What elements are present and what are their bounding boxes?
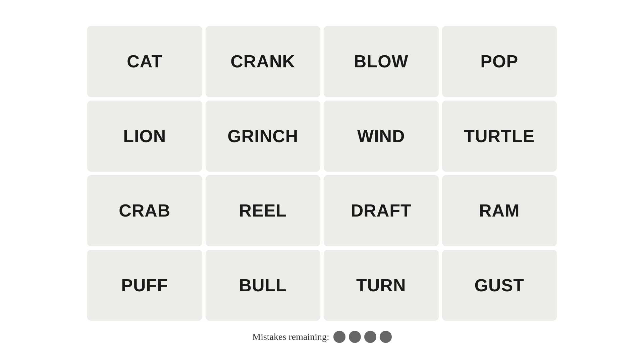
mistakes-section: Mistakes remaining: <box>252 331 391 343</box>
cell-label-turn: TURN <box>356 275 406 295</box>
cell-label-reel: REEL <box>239 200 287 221</box>
grid-cell-crank[interactable]: CRANK <box>206 26 321 97</box>
grid-cell-ram[interactable]: RAM <box>442 175 557 246</box>
cell-label-draft: DRAFT <box>351 200 412 221</box>
cell-label-lion: LION <box>123 126 166 146</box>
grid-cell-wind[interactable]: WIND <box>324 101 439 172</box>
cell-label-bull: BULL <box>239 275 287 295</box>
mistake-dot-2 <box>349 331 361 343</box>
word-grid: CATCRANKBLOWPOPLIONGRINCHWINDTURTLECRABR… <box>80 19 564 327</box>
cell-label-ram: RAM <box>479 200 520 221</box>
mistakes-label: Mistakes remaining: <box>252 331 329 342</box>
grid-cell-pop[interactable]: POP <box>442 26 557 97</box>
cell-label-crank: CRANK <box>230 51 295 71</box>
grid-cell-turn[interactable]: TURN <box>324 250 439 321</box>
cell-label-gust: GUST <box>475 275 524 295</box>
grid-cell-lion[interactable]: LION <box>87 101 202 172</box>
cell-label-pop: POP <box>480 51 518 71</box>
mistake-dot-4 <box>380 331 392 343</box>
cell-label-cat: CAT <box>127 51 162 71</box>
grid-cell-draft[interactable]: DRAFT <box>324 175 439 246</box>
grid-cell-bull[interactable]: BULL <box>206 250 321 321</box>
grid-cell-blow[interactable]: BLOW <box>324 26 439 97</box>
mistakes-dots <box>333 331 392 343</box>
cell-label-crab: CRAB <box>119 200 170 221</box>
cell-label-blow: BLOW <box>354 51 409 71</box>
grid-cell-reel[interactable]: REEL <box>206 175 321 246</box>
cell-label-wind: WIND <box>357 126 405 146</box>
grid-cell-cat[interactable]: CAT <box>87 26 202 97</box>
grid-cell-crab[interactable]: CRAB <box>87 175 202 246</box>
grid-cell-puff[interactable]: PUFF <box>87 250 202 321</box>
cell-label-puff: PUFF <box>121 275 168 295</box>
mistake-dot-3 <box>364 331 376 343</box>
mistake-dot-1 <box>333 331 345 343</box>
grid-cell-grinch[interactable]: GRINCH <box>206 101 321 172</box>
cell-label-turtle: TURTLE <box>464 126 535 146</box>
cell-label-grinch: GRINCH <box>227 126 298 146</box>
grid-cell-turtle[interactable]: TURTLE <box>442 101 557 172</box>
grid-cell-gust[interactable]: GUST <box>442 250 557 321</box>
